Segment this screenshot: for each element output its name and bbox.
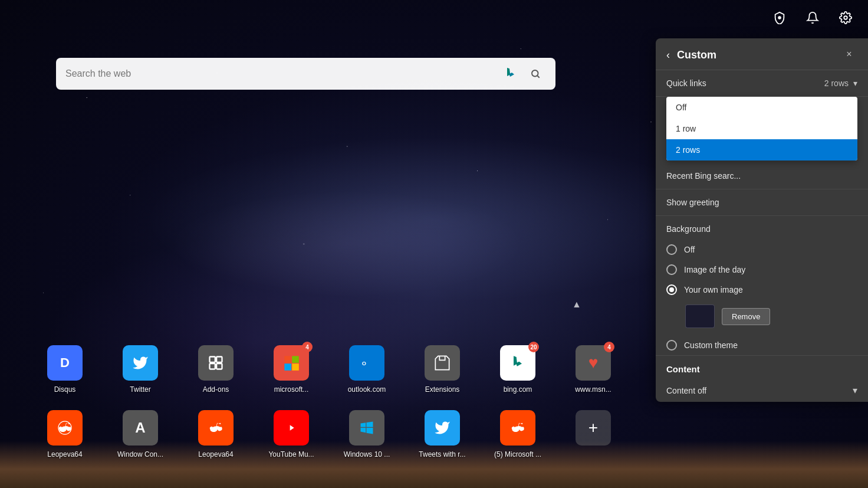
dropdown-option-1row[interactable]: 1 row: [666, 118, 857, 139]
addons-label: Add-ons: [203, 385, 229, 394]
quicklink-leopeva64b[interactable]: Leopeva64: [183, 410, 248, 458]
shield-icon[interactable]: [769, 7, 790, 28]
svg-rect-6: [216, 363, 222, 369]
bing-label: bing.com: [504, 385, 532, 394]
quicklink-disqus[interactable]: D Disqus: [32, 345, 97, 394]
panel-close-button[interactable]: ×: [841, 46, 857, 63]
background-ownimage-row[interactable]: Your own image: [656, 280, 868, 300]
quicklink-youtubemusic[interactable]: YouTube Mu...: [259, 410, 324, 458]
quicklinks-setting-row[interactable]: Quick links 2 rows ▾: [656, 70, 868, 97]
svg-rect-3: [210, 357, 215, 362]
background-off-radio[interactable]: [666, 244, 677, 255]
leopeva64b-label: Leopeva64: [198, 450, 233, 458]
svg-rect-9: [284, 363, 291, 371]
background-ownimage-label: Your own image: [684, 285, 743, 294]
msn-icon: ♥ 4: [576, 345, 611, 381]
show-greeting-label: Show greeting: [666, 198, 857, 207]
microsoft-icon: 4: [274, 345, 309, 381]
extensions-label: Extensions: [425, 385, 460, 394]
panel-content: Quick links 2 rows ▾ Off 1 row 2 rows Re…: [656, 70, 868, 402]
quicklink-windowcon[interactable]: A Window Con...: [108, 410, 173, 458]
quicklink-windows10[interactable]: Windows 10 ...: [334, 410, 399, 458]
topbar: [750, 0, 868, 35]
content-section: Content Content off ▾: [656, 355, 868, 402]
background-ownimage-radio[interactable]: [666, 284, 677, 295]
panel-back-button[interactable]: ‹: [666, 49, 670, 61]
show-greeting-row[interactable]: Show greeting: [656, 189, 868, 216]
collapse-button[interactable]: ▲: [566, 294, 587, 315]
quicklink-tweets[interactable]: Tweets with r...: [410, 410, 475, 458]
youtubemusic-icon: [274, 410, 309, 446]
quicklink-extensions[interactable]: Extensions: [410, 345, 475, 394]
windowcon-label: Window Con...: [117, 450, 163, 458]
background-off-row[interactable]: Off: [656, 240, 868, 260]
dropdown-option-2rows[interactable]: 2 rows: [666, 139, 857, 161]
disqus-icon: D: [47, 345, 83, 381]
quicklinks-dropdown: Off 1 row 2 rows: [666, 97, 857, 161]
outlook-label: outlook.com: [348, 385, 386, 394]
msn-label: www.msn...: [575, 385, 611, 394]
settings-icon[interactable]: [835, 7, 856, 28]
image-thumbnail: [685, 304, 715, 328]
leopeva64b-icon: [198, 410, 234, 446]
quicklink-leopeva64[interactable]: Leopeva64: [32, 410, 97, 458]
custom-theme-label: Custom theme: [684, 340, 738, 350]
background-section-header: Background: [656, 216, 868, 240]
tweets-label: Tweets with r...: [419, 450, 465, 458]
windows10-icon: [349, 410, 384, 446]
search-input[interactable]: [65, 68, 497, 79]
quicklink-twitter[interactable]: Twitter: [108, 345, 173, 394]
leopeva64-label: Leopeva64: [47, 450, 82, 458]
svg-point-1: [844, 16, 847, 19]
quicklinks-row1: D Disqus Twitter Add-ons 4 microsoft... …: [32, 345, 626, 394]
content-chevron-icon[interactable]: ▾: [853, 385, 857, 396]
custom-theme-radio[interactable]: [666, 340, 677, 351]
microsoftlist-icon: [500, 410, 535, 446]
remove-image-button[interactable]: Remove: [722, 308, 770, 325]
add-icon: +: [576, 410, 611, 446]
bing-logo: [502, 65, 519, 82]
quicklink-addons[interactable]: Add-ons: [183, 345, 248, 394]
quicklinks-chevron-icon[interactable]: ▾: [853, 78, 857, 88]
extensions-icon: [425, 345, 460, 381]
svg-rect-5: [210, 363, 215, 369]
quicklinks-setting-label: Quick links: [666, 78, 824, 88]
quicklink-msn[interactable]: ♥ 4 www.msn...: [561, 345, 626, 394]
quicklink-outlook[interactable]: O outlook.com: [334, 345, 399, 394]
search-bar: [56, 58, 555, 90]
svg-point-2: [532, 70, 538, 77]
background-off-label: Off: [684, 245, 695, 254]
outlook-icon: O: [349, 345, 384, 381]
recent-bing-label: Recent Bing searc...: [666, 171, 857, 181]
recent-bing-row[interactable]: Recent Bing searc...: [656, 163, 868, 189]
addons-icon: [198, 345, 234, 381]
search-button[interactable]: [525, 63, 546, 84]
bing-icon: 20: [500, 345, 535, 381]
windows10-label: Windows 10 ...: [344, 450, 390, 458]
tweets-icon: [425, 410, 460, 446]
content-dropdown-row[interactable]: Content off ▾: [666, 379, 857, 402]
quicklink-microsoft[interactable]: 4 microsoft...: [259, 345, 324, 394]
background-imageofday-radio[interactable]: [666, 264, 677, 275]
content-dropdown-label: Content off: [666, 386, 853, 395]
quicklink-microsoftlist[interactable]: (5) Microsoft ...: [485, 410, 550, 458]
svg-rect-4: [216, 357, 222, 362]
custom-theme-row[interactable]: Custom theme: [656, 335, 868, 355]
background-imageofday-row[interactable]: Image of the day: [656, 260, 868, 280]
panel-title: Custom: [677, 49, 857, 61]
microsoftlist-label: (5) Microsoft ...: [494, 450, 541, 458]
quicklink-bing[interactable]: 20 bing.com: [485, 345, 550, 394]
svg-text:O: O: [362, 361, 366, 366]
search-container: [56, 58, 555, 90]
quicklinks-row2: Leopeva64 A Window Con... Leopeva64 YouT…: [32, 410, 626, 458]
content-section-title: Content: [666, 364, 857, 374]
dropdown-option-off[interactable]: Off: [666, 97, 857, 118]
quicklinks-setting-value: 2 rows: [824, 78, 849, 88]
svg-rect-8: [292, 356, 299, 363]
disqus-label: Disqus: [54, 385, 76, 394]
bell-icon[interactable]: [802, 7, 823, 28]
windowcon-icon: A: [123, 410, 158, 446]
svg-point-0: [778, 16, 781, 19]
quicklink-add[interactable]: +: [561, 410, 626, 458]
svg-rect-10: [292, 363, 299, 371]
